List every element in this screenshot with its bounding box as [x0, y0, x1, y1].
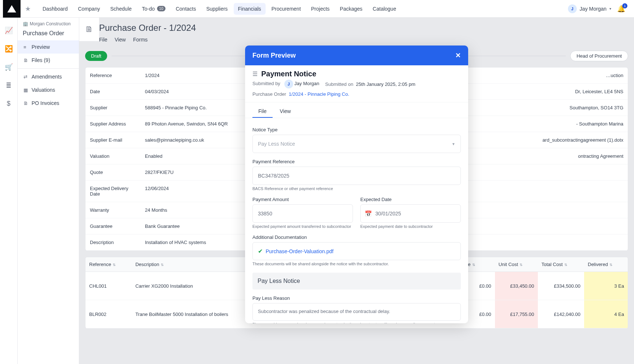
submitted-by-name: Jay Morgan [294, 81, 319, 86]
notice-type-select[interactable]: Pay Less Notice ▼ [252, 135, 461, 153]
close-icon[interactable]: ✕ [455, 51, 461, 59]
side-title: Purchase Order [18, 29, 79, 40]
sidebar-item-po-invoices[interactable]: 🗎PO Invoices [18, 97, 79, 110]
sidebar-icon: 🗎 [23, 101, 29, 106]
chevron-down-icon: ▾ [609, 7, 611, 11]
form-title: Payment Notice [261, 70, 316, 78]
nav-suppliers[interactable]: Suppliers [202, 3, 232, 15]
modal-tab-file[interactable]: File [252, 105, 273, 118]
notifications-bell-icon[interactable]: 🔔 1 [617, 5, 625, 13]
breadcrumb[interactable]: 🏢 Morgan Construction [18, 18, 79, 29]
reason-label: Pay Less Reason [252, 295, 461, 301]
nav-procurement[interactable]: Procurement [267, 3, 305, 15]
side-panel: 🏢 Morgan Construction Purchase Order ≡Pr… [18, 18, 79, 364]
nav-catalogue[interactable]: Catalogue [368, 3, 401, 15]
nav-projects[interactable]: Projects [307, 3, 334, 15]
sidebar-item-label: PO Invoices [32, 100, 59, 106]
payment-ref-input[interactable]: BC3478/2025 [252, 167, 461, 185]
nav-dashboard[interactable]: Dashboard [38, 3, 72, 15]
reason-textarea[interactable]: Subcontractor was penalized because of t… [252, 303, 461, 321]
sidebar-icon: ⇄ [23, 74, 29, 80]
nav-schedule[interactable]: Schedule [106, 3, 136, 15]
user-menu[interactable]: J Jay Morgan ▾ [568, 4, 611, 13]
sidebar-item-amendments[interactable]: ⇄Amendments [18, 70, 79, 83]
payment-amount-label: Payment Amount [252, 197, 353, 202]
modal-title: Form Preview [252, 52, 296, 59]
content-area: 🗎 Purchase Order - 1/2024 FileViewForms … [79, 18, 634, 364]
nav-to-do[interactable]: To-do10 [138, 3, 170, 15]
calendar-icon: 📅 [365, 210, 372, 217]
modal-overlay: Form Preview ✕ ☰ Payment Notice Submitte… [79, 18, 634, 364]
main-nav: DashboardCompanyScheduleTo-do10ContactsS… [38, 3, 401, 15]
sidebar-item-label: Valuations [32, 87, 55, 93]
building-icon: 🏢 [23, 21, 28, 26]
check-circle-icon: ✔ [258, 248, 263, 255]
nav-company[interactable]: Company [74, 3, 105, 15]
list-icon: ☰ [252, 70, 258, 77]
attachment-box[interactable]: ✔ Purchase-Order-Valuation.pdf [252, 242, 461, 260]
rail-dollar-icon[interactable]: $ [7, 100, 10, 108]
payment-amount-help: Expected payment amount transferred to s… [252, 224, 353, 229]
rail-trend-icon[interactable]: 📈 [5, 26, 13, 34]
sidebar-item-files-9-[interactable]: 🗎Files (9) [18, 54, 79, 67]
pay-less-section: Pay Less Notice [252, 273, 461, 290]
payment-ref-help: BACS Reference or other payment referenc… [252, 186, 461, 191]
icon-rail: 📈 🔀 🛒 ≣ $ [0, 18, 18, 364]
modal-tab-view[interactable]: View [274, 105, 297, 118]
user-name: Jay Morgan [580, 6, 606, 12]
sidebar-item-label: Amendments [32, 74, 62, 80]
attachment-link[interactable]: Purchase-Order-Valuation.pdf [266, 248, 334, 254]
submitted-on: 25th January 2025, 2:05 pm [356, 81, 415, 87]
nav-contacts[interactable]: Contacts [171, 3, 200, 15]
sidebar-item-valuations[interactable]: ▦Valuations [18, 83, 79, 97]
avatar: J [568, 4, 577, 13]
sidebar-icon: ≡ [23, 44, 29, 50]
sidebar-item-label: Preview [32, 44, 50, 50]
favorite-star-icon[interactable]: ★ [21, 5, 35, 13]
expected-date-help: Expected payment date to subcontractor [360, 224, 461, 229]
topbar: ★ DashboardCompanyScheduleTo-do10Contact… [0, 0, 634, 18]
expected-date-label: Expected Date [360, 197, 461, 202]
notification-count: 1 [622, 3, 627, 8]
reason-help: Please provide a comprehensive reasoning… [252, 322, 461, 323]
app-logo[interactable] [3, 0, 21, 18]
todo-badge: 10 [157, 6, 165, 11]
sidebar-icon: ▦ [23, 87, 29, 93]
add-doc-help: These documents will be shared alongside… [252, 262, 461, 266]
rail-list-icon[interactable]: ≣ [6, 81, 11, 90]
expected-date-input[interactable]: 30/01/2025 [360, 204, 461, 223]
nav-financials[interactable]: Financials [234, 3, 266, 15]
sidebar-icon: 🗎 [23, 58, 29, 63]
avatar: J [284, 80, 293, 88]
rail-branch-icon[interactable]: 🔀 [5, 45, 13, 53]
notice-type-label: Notice Type [252, 127, 461, 132]
form-preview-modal: Form Preview ✕ ☰ Payment Notice Submitte… [245, 46, 468, 323]
nav-packages[interactable]: Packages [335, 3, 367, 15]
payment-ref-label: Payment Reference [252, 159, 461, 164]
payment-amount-input[interactable]: 33850 [252, 204, 353, 223]
add-doc-label: Additional Documentation [252, 234, 461, 240]
po-link[interactable]: 1/2024 - Pinnacle Piping Co. [289, 91, 349, 97]
dropdown-caret-icon: ▼ [452, 142, 455, 146]
sidebar-item-preview[interactable]: ≡Preview [18, 40, 79, 54]
sidebar-item-label: Files (9) [32, 57, 50, 63]
rail-cart-icon[interactable]: 🛒 [5, 63, 13, 71]
